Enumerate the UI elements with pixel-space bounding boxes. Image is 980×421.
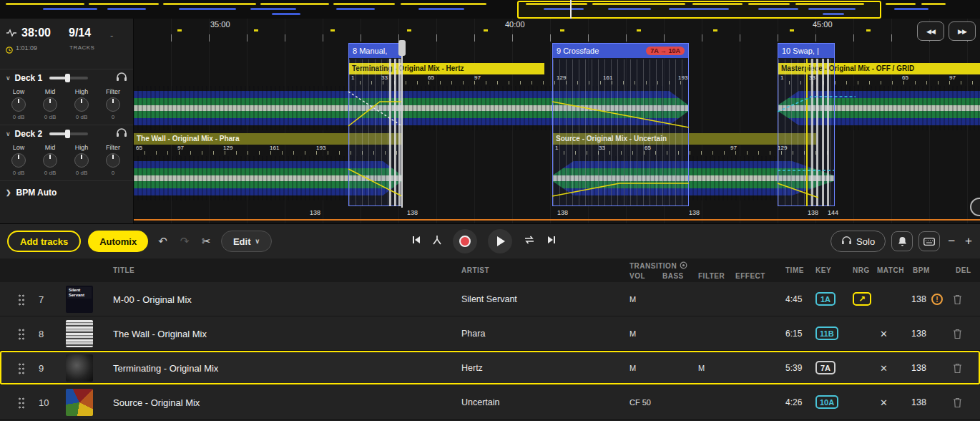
- time-mark: 45:00: [813, 20, 833, 29]
- bpm-value: 138: [407, 209, 418, 216]
- tracks-label: TRACKS: [69, 44, 94, 51]
- track-row[interactable]: 10 Source - Original Mix Uncertain CF 50…: [0, 385, 980, 420]
- col-bpm: BPM: [913, 266, 930, 274]
- minimap-segment: [333, 3, 395, 5]
- undo-button[interactable]: ↶: [155, 235, 170, 248]
- knob-dial[interactable]: [106, 97, 120, 112]
- col-key: KEY: [815, 266, 831, 274]
- minimap-segment: [43, 8, 97, 10]
- jump-forward-button[interactable]: ▶▶: [949, 21, 976, 41]
- timeline-canvas[interactable]: 35:00 40:00 45:00 ◀◀ ▶▶ Terminating - Or…: [133, 19, 980, 223]
- automix-button[interactable]: Automix: [88, 231, 148, 252]
- tempo-automation-line[interactable]: [133, 219, 980, 221]
- nrg-badge[interactable]: ↗: [853, 292, 871, 306]
- delete-track-button[interactable]: [953, 385, 962, 420]
- transition-vol[interactable]: CF 50: [629, 385, 651, 420]
- playhead-handle[interactable]: [398, 40, 406, 56]
- deck2-eq-knobs: Low 0 dB Mid 0 dB High 0 dB Filter 0: [0, 142, 133, 181]
- solo-button[interactable]: Solo: [830, 231, 886, 252]
- visibility-icon[interactable]: [680, 261, 687, 271]
- slider-thumb[interactable]: [65, 130, 70, 138]
- minimap-segment: [418, 8, 464, 10]
- drag-handle-icon[interactable]: [18, 397, 25, 409]
- minimap-viewport[interactable]: [517, 1, 881, 19]
- headphone-icon: [841, 236, 852, 247]
- col-transition: TRANSITION: [629, 262, 677, 270]
- trash-icon: [953, 363, 962, 374]
- play-button[interactable]: [488, 229, 512, 253]
- timeline-minimap[interactable]: [0, 0, 980, 19]
- delete-track-button[interactable]: [953, 282, 962, 316]
- edit-menu-button[interactable]: Edit ∨: [221, 231, 272, 252]
- knob-dial[interactable]: [43, 153, 57, 168]
- loop-button[interactable]: [523, 235, 536, 248]
- toolbar: Add tracks Automix ↶ ↷ ✂ Edit ∨: [0, 223, 980, 258]
- transition-header[interactable]: 10 Swap, |: [778, 44, 834, 58]
- headphone-icon[interactable]: [116, 72, 127, 84]
- deck1-label: Deck 1: [15, 73, 43, 83]
- album-art: [66, 389, 93, 416]
- cut-button[interactable]: ✂: [199, 235, 214, 248]
- redo-button[interactable]: ↷: [177, 235, 192, 248]
- drag-handle-icon[interactable]: [18, 294, 25, 306]
- deck2-volume-slider[interactable]: [49, 132, 88, 135]
- match-cross-icon[interactable]: ✕: [880, 351, 888, 385]
- chevron-down-icon[interactable]: ∨: [6, 74, 11, 82]
- deck2-label: Deck 2: [15, 129, 43, 139]
- chevron-down-icon[interactable]: ∨: [6, 130, 11, 137]
- elapsed-time: 38:00: [21, 26, 51, 39]
- knob-mid: Mid 0 dB: [34, 88, 66, 120]
- knob-dial[interactable]: [11, 153, 26, 168]
- bpm-auto-section[interactable]: ❯ BPM Auto: [0, 181, 133, 204]
- transition-vol[interactable]: M: [629, 282, 636, 316]
- jump-back-button[interactable]: ◀◀: [917, 21, 944, 41]
- knob-dial[interactable]: [43, 97, 57, 112]
- match-cross-icon[interactable]: ✕: [880, 385, 888, 420]
- record-button[interactable]: [453, 229, 477, 253]
- transition-vol[interactable]: M: [629, 351, 636, 385]
- slider-thumb[interactable]: [65, 74, 70, 82]
- delete-track-button[interactable]: [953, 351, 962, 385]
- skip-to-start-button[interactable]: [411, 235, 421, 248]
- col-nrg: NRG: [853, 266, 870, 274]
- track-row[interactable]: 7 Silent Servant M-00 - Original Mix Sil…: [0, 282, 980, 316]
- track-row[interactable]: 8 The Wall - Original Mix Phara M 6:15 1…: [0, 316, 980, 351]
- key-badge: 1A: [815, 292, 836, 306]
- zoom-in-button[interactable]: +: [963, 234, 974, 248]
- play-icon: [497, 236, 505, 246]
- minimap-segment: [886, 3, 916, 5]
- knob-dial[interactable]: [74, 153, 89, 168]
- transition-block-9[interactable]: 9 Crossfade 7A → 10A: [552, 43, 689, 206]
- transition-vol[interactable]: M: [629, 316, 636, 351]
- deck1-volume-slider[interactable]: [49, 77, 88, 79]
- track-number: 9: [39, 351, 44, 385]
- knob-dial[interactable]: [11, 97, 26, 112]
- headphone-icon[interactable]: [116, 127, 127, 140]
- transition-header[interactable]: 9 Crossfade 7A → 10A: [553, 44, 688, 58]
- transition-filter[interactable]: M: [698, 351, 705, 385]
- deck1-header[interactable]: ∨ Deck 1: [0, 69, 133, 87]
- knob-dial[interactable]: [106, 153, 120, 168]
- match-cross-icon[interactable]: ✕: [880, 316, 888, 351]
- skip-to-end-button[interactable]: [547, 235, 557, 248]
- beat-lines: [553, 59, 688, 205]
- transition-header[interactable]: 8 Manual,: [349, 44, 402, 58]
- track-bpm: 138: [911, 282, 926, 316]
- cue-line: [806, 59, 808, 206]
- time-ruler[interactable]: [133, 34, 980, 42]
- drag-handle-icon[interactable]: [18, 362, 25, 374]
- track-row-selected[interactable]: 9 Terminating - Original Mix Hertz M M 5…: [0, 351, 980, 385]
- deck2-header[interactable]: ∨ Deck 2: [0, 125, 133, 142]
- drag-handle-icon[interactable]: [18, 328, 25, 340]
- zoom-out-button[interactable]: −: [946, 234, 957, 248]
- add-tracks-button[interactable]: Add tracks: [7, 231, 81, 252]
- track-title: Source - Original Mix: [113, 385, 200, 420]
- split-transition-button[interactable]: [432, 235, 442, 248]
- col-effect: EFFECT: [735, 272, 765, 280]
- knob-dial[interactable]: [74, 97, 89, 112]
- bpm-warning-icon[interactable]: !: [931, 294, 943, 305]
- keyboard-shortcuts-button[interactable]: [918, 231, 940, 251]
- beat-bar: [811, 59, 813, 206]
- notifications-button[interactable]: [891, 231, 913, 251]
- delete-track-button[interactable]: [953, 316, 962, 351]
